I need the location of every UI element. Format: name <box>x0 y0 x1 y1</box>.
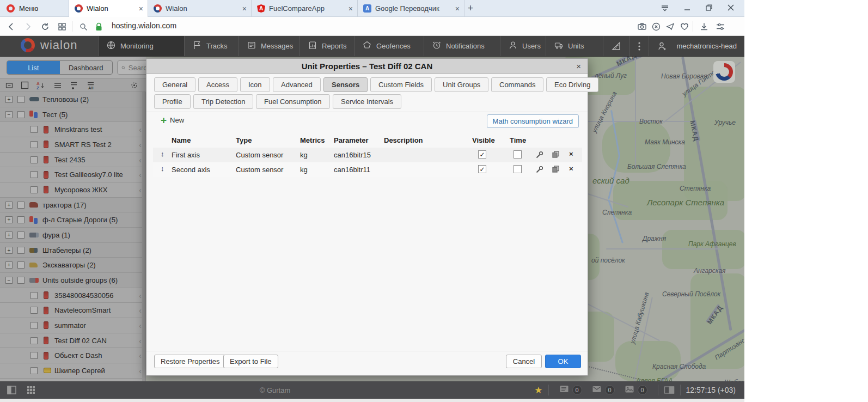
more-kebab-icon[interactable] <box>629 36 649 56</box>
delete-icon[interactable]: × <box>569 165 573 173</box>
tree-item-label[interactable]: Тепловозы (2) <box>42 95 89 103</box>
tree-unit-row[interactable]: Test Galileosky7.0 lite‹ <box>0 167 143 182</box>
tree-unit-row[interactable]: 358480084530056‹ <box>0 288 143 303</box>
tree-unit-row[interactable]: Шкипер Сергей‹ <box>0 363 143 379</box>
tree-checkbox[interactable] <box>30 156 38 163</box>
dialog-tab-fuel-consumption[interactable]: Fuel Consumption <box>256 94 330 109</box>
attach-chevron-icon[interactable]: ‹ <box>139 351 142 360</box>
bookmark-heart-icon[interactable] <box>678 21 690 33</box>
tree-checkbox[interactable] <box>17 111 25 118</box>
attach-chevron-icon[interactable]: ‹ <box>139 140 142 149</box>
tab-dashboard[interactable]: Dashboard <box>60 61 113 74</box>
nav-item-reports[interactable]: Reports <box>299 36 354 56</box>
select-all-checkbox-icon[interactable] <box>21 81 29 89</box>
expand-icon[interactable]: + <box>5 261 13 269</box>
dialog-tab-service-intervals[interactable]: Service Intervals <box>333 94 401 109</box>
restore-properties-button[interactable]: Restore Properties <box>154 355 226 368</box>
tree-checkbox[interactable] <box>30 307 38 314</box>
tree-checkbox[interactable] <box>30 352 38 359</box>
expand-icon[interactable]: + <box>5 232 13 239</box>
tree-checkbox[interactable] <box>30 292 38 299</box>
tree-group-row[interactable]: −Тест (5) <box>0 107 143 123</box>
download-icon[interactable] <box>698 21 710 33</box>
tree-unit-row[interactable]: Обьект с Dash‹ <box>0 348 143 363</box>
tab-close-icon[interactable]: × <box>349 4 353 13</box>
tree-group-row[interactable]: +Экскаваторы (2) <box>0 258 143 273</box>
tree-group-row[interactable]: +фура (1) <box>0 228 143 243</box>
tree-item-label[interactable]: Мусоровоз ЖКХ <box>54 186 107 194</box>
expand-icon[interactable]: + <box>5 216 13 223</box>
tree-checkbox[interactable] <box>30 171 38 178</box>
nav-item-users[interactable]: Users <box>500 36 546 56</box>
url-text[interactable]: hosting.wialon.com <box>112 21 176 30</box>
expand-icon[interactable]: + <box>5 202 13 209</box>
username[interactable]: mechatronics-head <box>675 42 744 50</box>
drag-handle-icon[interactable]: ↕ <box>161 165 164 173</box>
new-sensor-button[interactable]: + New <box>161 116 184 124</box>
tree-item-label[interactable]: фура (1) <box>42 231 70 239</box>
tree-group-row[interactable]: +трактора (17) <box>0 198 143 213</box>
tab-list[interactable]: List <box>7 61 60 74</box>
dialog-tab-sensors[interactable]: Sensors <box>323 77 368 92</box>
tree-item-label[interactable]: Test Galileosky7.0 lite <box>54 170 123 179</box>
attach-chevron-icon[interactable]: ‹ <box>139 366 142 375</box>
tree-checkbox[interactable] <box>30 322 38 329</box>
tree-unit-row[interactable]: NavtelecomSmart‹ <box>0 303 143 318</box>
tree-item-label[interactable]: Minsktrans test <box>54 125 102 133</box>
dialog-tab-access[interactable]: Access <box>198 77 237 92</box>
page-search-icon[interactable] <box>77 21 89 33</box>
attach-chevron-icon[interactable]: ‹ <box>139 336 142 345</box>
tree-checkbox[interactable] <box>17 216 25 223</box>
tab-close-icon[interactable]: × <box>139 4 143 13</box>
status-counter-list[interactable]: 0 <box>559 385 582 396</box>
status-counter-image[interactable]: 0 <box>625 385 647 396</box>
tab-close-icon[interactable]: × <box>455 4 460 13</box>
tree-unit-row[interactable]: summator‹ <box>0 318 143 333</box>
dialog-tab-advanced[interactable]: Advanced <box>273 77 321 92</box>
tree-item-label[interactable]: Шкипер Сергей <box>54 367 105 375</box>
dialog-tab-unit-groups[interactable]: Unit Groups <box>435 77 488 92</box>
tree-group-row[interactable]: +Тепловозы (2) <box>0 92 143 107</box>
cancel-button[interactable]: Cancel <box>506 355 542 368</box>
export-to-file-button[interactable]: Export to File <box>223 355 278 368</box>
time-checkbox[interactable] <box>514 150 522 159</box>
restore-button[interactable] <box>705 4 713 14</box>
close-window-button[interactable] <box>727 4 735 14</box>
tree-group-row[interactable]: +Штабелеры (2) <box>0 243 143 258</box>
time-checkbox[interactable] <box>514 165 522 173</box>
expand-icon[interactable]: + <box>5 247 13 254</box>
tree-item-label[interactable]: ф-л Старые Дороги (5) <box>42 216 118 224</box>
back-icon[interactable] <box>5 21 17 33</box>
nav-item-tracks[interactable]: Tracks <box>184 36 239 56</box>
dialog-tab-icon[interactable]: Icon <box>240 77 270 92</box>
secure-lock-icon[interactable] <box>93 21 105 33</box>
tree-checkbox[interactable] <box>17 96 25 103</box>
tree-item-label[interactable]: Units outside groups (6) <box>42 276 118 284</box>
tree-item-label[interactable]: 358480084530056 <box>54 291 113 300</box>
copy-icon[interactable] <box>552 150 560 160</box>
attach-chevron-icon[interactable]: ‹ <box>139 185 142 194</box>
attach-chevron-icon[interactable]: ‹ <box>139 155 142 165</box>
tree-checkbox[interactable] <box>30 141 38 148</box>
tree-unit-row[interactable]: Test Diff 02 CAN‹ <box>0 333 143 349</box>
nav-item-messages[interactable]: Messages <box>239 36 299 56</box>
dialog-tab-general[interactable]: General <box>154 77 195 92</box>
sort-az-icon[interactable]: AZ <box>36 81 46 90</box>
add-to-list-icon[interactable] <box>70 81 80 90</box>
tree-item-label[interactable]: Штабелеры (2) <box>42 246 91 254</box>
tree-unit-row[interactable]: Test 2435‹ <box>0 153 143 168</box>
tree-checkbox[interactable] <box>30 337 38 344</box>
reload-icon[interactable] <box>39 21 51 33</box>
bottom-panel-icon[interactable] <box>664 386 675 394</box>
browser-tab-4[interactable]: AGoogle Переводчик× <box>358 0 464 17</box>
tree-checkbox[interactable] <box>30 126 38 133</box>
status-counter-mail[interactable]: 0 <box>592 385 615 396</box>
attach-chevron-icon[interactable]: ‹ <box>139 170 142 179</box>
ruler-tool-icon[interactable] <box>603 36 629 56</box>
tree-group-row[interactable]: −Units outside groups (6) <box>0 273 143 288</box>
tree-checkbox[interactable] <box>17 261 25 269</box>
collapse-icon[interactable]: − <box>5 277 13 284</box>
tree-unit-row[interactable]: Мусоровоз ЖКХ‹ <box>0 182 143 198</box>
show-all-icon[interactable]: All <box>87 81 97 90</box>
attach-chevron-icon[interactable]: ‹ <box>139 321 142 330</box>
